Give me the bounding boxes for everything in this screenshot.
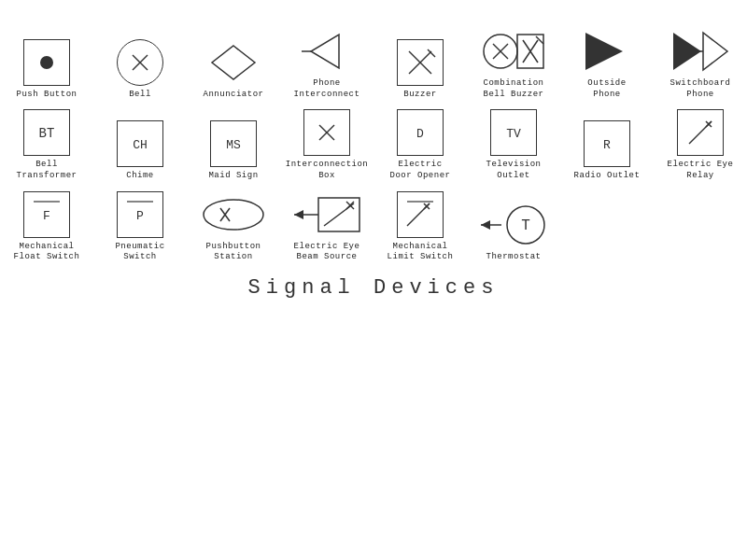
symbol-electric-eye-beam-source: Electric EyeBeam Source xyxy=(285,191,369,263)
svg-text:P: P xyxy=(136,209,144,223)
symbol-buzzer: Buzzer xyxy=(378,39,462,101)
symbol-mechanical-limit-switch: MechanicalLimit Switch xyxy=(378,191,462,263)
symbol-chime: CH Chime xyxy=(98,120,182,182)
symbol-outside-phone: OutsidePhone xyxy=(565,28,649,100)
svg-text:T: T xyxy=(521,217,530,234)
symbol-push-button: Push Button xyxy=(5,39,89,101)
row-1: Push Button Bell Annunciator xyxy=(5,28,742,100)
svg-text:CH: CH xyxy=(133,138,148,152)
svg-text:F: F xyxy=(43,209,50,223)
row-3: F MechanicalFloat Switch P PneumaticSwit… xyxy=(5,191,556,263)
svg-text:D: D xyxy=(416,127,424,141)
svg-marker-18 xyxy=(703,33,727,70)
symbol-switchboard-phone: SwitchboardPhone xyxy=(658,28,742,100)
symbol-mechanical-float-switch: F MechanicalFloat Switch xyxy=(5,191,89,263)
symbol-electric-eye-relay: Electric EyeRelay xyxy=(658,109,742,181)
symbol-maid-sign: MS Maid Sign xyxy=(191,120,275,182)
symbol-combination-bell-buzzer: CombinationBell Buzzer xyxy=(472,28,556,100)
svg-text:R: R xyxy=(603,138,611,152)
symbol-bell-transformer: BT BellTransformer xyxy=(5,109,89,181)
svg-marker-3 xyxy=(212,46,255,79)
svg-marker-39 xyxy=(294,210,303,219)
svg-text:TV: TV xyxy=(506,127,521,141)
symbol-radio-outlet: R Radio Outlet xyxy=(565,120,649,182)
symbol-bell: Bell xyxy=(98,39,182,101)
symbol-electric-door-opener: D ElectricDoor Opener xyxy=(378,109,462,181)
svg-marker-4 xyxy=(311,35,339,68)
symbol-pneumatic-switch: P PneumaticSwitch xyxy=(98,191,182,263)
svg-text:BT: BT xyxy=(39,126,55,141)
symbol-pushbutton-station: PushbuttonStation xyxy=(191,191,275,263)
symbol-phone-interconnect: PhoneInterconnect xyxy=(285,28,369,100)
page-title: Signal Devices xyxy=(248,276,500,300)
svg-point-0 xyxy=(40,56,53,69)
symbol-grid: Push Button Bell Annunciator xyxy=(5,28,742,263)
svg-marker-49 xyxy=(481,220,490,230)
row-2: BT BellTransformer CH Chime MS Maid Sign xyxy=(5,109,742,181)
symbol-television-outlet: TV TelevisionOutlet xyxy=(472,109,556,181)
symbol-interconnection-box: InterconnectionBox xyxy=(285,109,369,181)
svg-text:MS: MS xyxy=(226,138,241,152)
svg-point-35 xyxy=(204,200,263,230)
svg-marker-16 xyxy=(585,33,623,70)
symbol-thermostat: T Thermostat xyxy=(472,202,556,263)
symbol-annunciator: Annunciator xyxy=(191,39,275,101)
